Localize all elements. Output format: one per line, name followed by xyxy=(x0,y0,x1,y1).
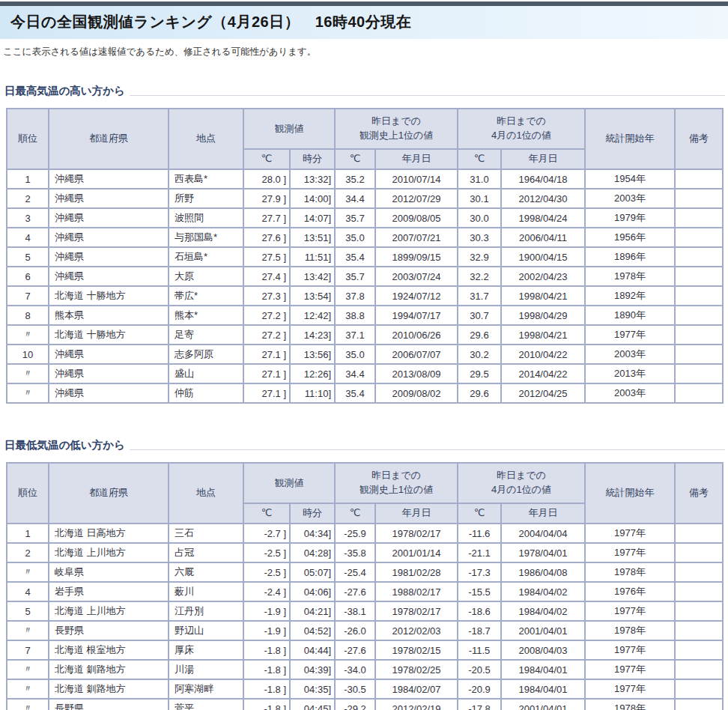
cell-april-record-date: 2012/04/30 xyxy=(501,189,585,208)
cell-observed-time: 11:51] xyxy=(290,247,335,267)
cell-april-record-date: 2004/04/04 xyxy=(501,524,585,543)
subheader-record-date: 年月日 xyxy=(375,149,458,169)
cell-prefecture: 沖縄県 xyxy=(49,228,169,247)
cell-observed-time: 05:07] xyxy=(290,562,335,582)
cell-observed-temp: -2.4 ] xyxy=(243,582,290,601)
cell-observed-time: 04:52] xyxy=(290,621,335,640)
cell-observed-temp: 27.4 ] xyxy=(243,267,290,286)
col-header-prefecture: 都道府県 xyxy=(49,463,169,524)
cell-prefecture: 沖縄県 xyxy=(49,345,169,364)
section-heading-max-temp: 日最高気温の高い方から xyxy=(4,84,725,98)
cell-record-date: 2003/07/24 xyxy=(375,267,458,286)
table-row: 〃北海道 釧路地方川湯-1.8 ]04:39]-34.01978/02/25-2… xyxy=(7,660,723,679)
cell-prefecture: 北海道 上川地方 xyxy=(49,543,169,562)
subheader-april-date: 年月日 xyxy=(501,149,585,169)
cell-observed-temp: 27.1 ] xyxy=(243,345,290,364)
header-row-1: 順位都道府県地点観測値昨日までの観測史上1位の値昨日までの4月の1位の値統計開始… xyxy=(7,109,723,149)
cell-remarks xyxy=(675,621,723,640)
cell-station: 占冠 xyxy=(169,543,243,562)
cell-observed-temp: -2.7 ] xyxy=(243,524,290,543)
cell-observed-time: 04:21] xyxy=(290,601,335,621)
col-header-observed: 観測値 xyxy=(243,109,335,149)
cell-record-temp: 35.0 xyxy=(335,345,375,364)
cell-remarks xyxy=(675,383,723,403)
page-title: 今日の全国観測値ランキング（4月26日） 16時40分現在 xyxy=(10,12,721,32)
cell-observed-temp: -1.8 ] xyxy=(243,679,290,699)
cell-record-date: 1984/02/07 xyxy=(375,679,458,699)
cell-record-temp: -27.6 xyxy=(335,640,375,660)
col-header-remarks: 備考 xyxy=(675,109,723,169)
table-row: 7北海道 根室地方厚床-1.8 ]04:44]-27.61978/02/15-1… xyxy=(7,640,723,660)
cell-stats-start-year: 1892年 xyxy=(585,286,675,306)
cell-rank: 〃 xyxy=(7,679,49,699)
cell-remarks xyxy=(675,169,723,189)
ranking-sections: 日最高気温の高い方から順位都道府県地点観測値昨日までの観測史上1位の値昨日までの… xyxy=(0,84,728,710)
cell-observed-temp: 27.1 ] xyxy=(243,364,290,383)
cell-prefecture: 熊本県 xyxy=(49,306,169,325)
cell-stats-start-year: 1978年 xyxy=(585,267,675,286)
cell-april-record-date: 1984/04/01 xyxy=(501,679,585,699)
table-row: 〃北海道 釧路地方阿寒湖畔-1.8 ]04:35]-30.51984/02/07… xyxy=(7,679,723,699)
cell-observed-time: 11:10] xyxy=(290,383,335,403)
table-row: 〃沖縄県仲筋27.1 ]11:10]35.42009/08/0229.62012… xyxy=(7,383,723,403)
cell-stats-start-year: 1976年 xyxy=(585,582,675,601)
cell-prefecture: 沖縄県 xyxy=(49,208,169,228)
col-header-record-all: 昨日までの観測史上1位の値 xyxy=(335,463,458,503)
cell-station: 仲筋 xyxy=(169,383,243,403)
cell-record-date: 2010/07/14 xyxy=(375,169,458,189)
cell-rank: 7 xyxy=(7,640,49,660)
cell-record-temp: -27.6 xyxy=(335,582,375,601)
cell-station: 志多阿原 xyxy=(169,345,243,364)
table-row: 〃北海道 十勝地方足寄27.2 ]14:23]37.12010/06/2629.… xyxy=(7,325,723,345)
cell-remarks xyxy=(675,582,723,601)
cell-station: 足寄 xyxy=(169,325,243,345)
cell-station: 菅平 xyxy=(169,699,243,710)
cell-rank: 〃 xyxy=(7,699,49,710)
cell-record-temp: 35.4 xyxy=(335,383,375,403)
cell-april-record-date: 1984/04/02 xyxy=(501,601,585,621)
cell-stats-start-year: 1890年 xyxy=(585,306,675,325)
cell-april-record-date: 1998/04/21 xyxy=(501,286,585,306)
cell-record-date: 2012/07/29 xyxy=(375,189,458,208)
cell-stats-start-year: 1977年 xyxy=(585,679,675,699)
cell-prefecture: 沖縄県 xyxy=(49,364,169,383)
cell-station: 帯広* xyxy=(169,286,243,306)
cell-station: 盛山 xyxy=(169,364,243,383)
cell-record-date: 1978/02/25 xyxy=(375,660,458,679)
cell-prefecture: 北海道 釧路地方 xyxy=(49,660,169,679)
cell-april-record-date: 2012/04/25 xyxy=(501,383,585,403)
cell-stats-start-year: 2003年 xyxy=(585,383,675,403)
cell-observed-temp: -1.8 ] xyxy=(243,699,290,710)
cell-stats-start-year: 1977年 xyxy=(585,601,675,621)
cell-rank: 4 xyxy=(7,582,49,601)
table-row: 4岩手県薮川-2.4 ]04:06]-27.61988/02/17-15.519… xyxy=(7,582,723,601)
table-row: 3沖縄県波照間27.7 ]14:07]35.72009/08/0530.0199… xyxy=(7,208,723,228)
cell-april-record-date: 1964/04/18 xyxy=(501,169,585,189)
cell-april-record-temp: 32.2 xyxy=(458,267,501,286)
col-header-stats-start: 統計開始年 xyxy=(585,463,675,524)
cell-rank: 8 xyxy=(7,306,49,325)
cell-april-record-temp: 32.9 xyxy=(458,247,501,267)
cell-station: 三石 xyxy=(169,524,243,543)
cell-rank: 5 xyxy=(7,247,49,267)
cell-observed-time: 12:42] xyxy=(290,306,335,325)
cell-april-record-temp: 30.7 xyxy=(458,306,501,325)
cell-april-record-date: 2001/04/01 xyxy=(501,621,585,640)
cell-station: 野辺山 xyxy=(169,621,243,640)
cell-april-record-date: 2014/04/22 xyxy=(501,364,585,383)
cell-record-temp: -34.0 xyxy=(335,660,375,679)
page-title-bar: 今日の全国観測値ランキング（4月26日） 16時40分現在 xyxy=(0,1,728,39)
cell-rank: 〃 xyxy=(7,364,49,383)
col-header-remarks: 備考 xyxy=(675,463,723,524)
cell-record-temp: -29.2 xyxy=(335,699,375,710)
table-row: 8熊本県熊本*27.2 ]12:42]38.81994/07/1730.7199… xyxy=(7,306,723,325)
cell-observed-temp: 27.3 ] xyxy=(243,286,290,306)
cell-record-temp: 35.2 xyxy=(335,169,375,189)
cell-observed-temp: -2.5 ] xyxy=(243,562,290,582)
cell-april-record-temp: -20.9 xyxy=(458,679,501,699)
cell-stats-start-year: 1977年 xyxy=(585,660,675,679)
col-header-station: 地点 xyxy=(169,109,243,169)
cell-record-date: 1988/02/17 xyxy=(375,582,458,601)
cell-april-record-temp: 29.6 xyxy=(458,325,501,345)
cell-record-date: 1981/02/28 xyxy=(375,562,458,582)
